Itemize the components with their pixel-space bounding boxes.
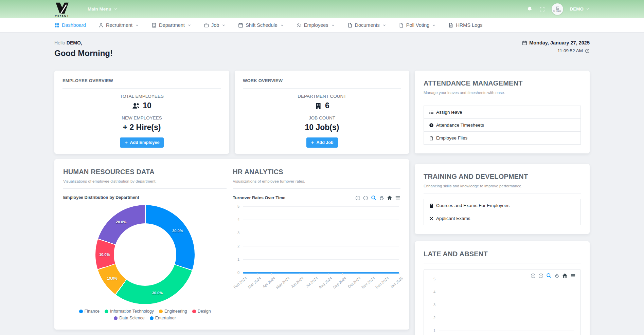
menu-icon[interactable] xyxy=(570,273,576,278)
x-tick xyxy=(257,273,257,275)
nav-item-label: Poll Voting xyxy=(406,22,430,28)
y-axis-label: 4 xyxy=(237,218,239,222)
legend-item-data-science[interactable]: Data Science xyxy=(114,316,144,320)
nav-item-employees[interactable]: Employees xyxy=(297,22,335,28)
doc-icon xyxy=(347,23,353,28)
gridline xyxy=(243,206,399,207)
nav-item-label: Dashboard xyxy=(62,22,86,28)
brand-logo-icon xyxy=(54,2,70,14)
hello-user-name: DEMO, xyxy=(67,40,82,45)
x-axis-label: Jan 2025 xyxy=(389,276,404,289)
total-employees-label: TOTAL EMPLOYEES xyxy=(62,94,221,99)
no-image-icon xyxy=(555,6,559,10)
greeting-row: Hello DEMO, Good Morning! Monday, Januar… xyxy=(54,33,590,65)
x-axis-label: Jul 2024 xyxy=(305,276,319,288)
list-item-attendance-timesheets[interactable]: Attendance Timesheets xyxy=(424,118,581,132)
x-axis-label: Apr 2024 xyxy=(262,276,276,289)
magnifier-icon[interactable] xyxy=(546,273,552,278)
book-icon xyxy=(429,203,434,208)
time-line: 11:09:52 AM xyxy=(522,48,590,53)
brand-logo[interactable]: VeraCT xyxy=(54,2,70,17)
list-item-employee-files[interactable]: Employee Files xyxy=(424,131,581,145)
legend-item-finance[interactable]: Finance xyxy=(79,309,100,314)
gridline xyxy=(243,259,399,260)
line-chart-title: Turnover Rates Over Time xyxy=(233,196,285,200)
plus-icon xyxy=(124,141,128,145)
legend-item-entertainer[interactable]: Entertainer xyxy=(150,316,176,320)
divider xyxy=(233,188,400,189)
tools-icon xyxy=(429,216,434,221)
list-item-applicant-exams[interactable]: Applicant Exams xyxy=(424,212,581,225)
home-icon[interactable] xyxy=(562,273,568,278)
doc-icon xyxy=(399,23,404,28)
add-job-button[interactable]: Add Job xyxy=(306,137,338,148)
section-title: ATTENDANCE MANAGEMENT xyxy=(424,79,581,87)
section-title: HUMAN RESOURCES DATA xyxy=(63,168,227,176)
late-absent-chart[interactable]: 543210 xyxy=(424,269,581,335)
turnover-line-chart[interactable]: 543210Feb 2024Mar 2024Apr 2024May 2024Ju… xyxy=(233,206,400,296)
nav-item-documents[interactable]: Documents xyxy=(347,22,386,28)
doclines-icon xyxy=(448,23,453,28)
zoom-in-icon[interactable] xyxy=(355,196,360,201)
new-employees-value: + 2 Hire(s) xyxy=(62,123,221,132)
nav-item-dashboard[interactable]: Dashboard xyxy=(54,22,86,28)
gridline xyxy=(439,292,574,292)
nav-item-hrms-logs[interactable]: HRMS Logs xyxy=(448,22,482,28)
main-menu-button[interactable]: Main Menu xyxy=(88,6,118,12)
doc-icon xyxy=(429,136,434,141)
nav-item-poll-voting[interactable]: Poll Voting xyxy=(399,22,436,28)
list-item-assign-leave[interactable]: Assign leave xyxy=(424,106,581,119)
zoom-out-icon[interactable] xyxy=(538,273,543,278)
nav-item-label: Job xyxy=(211,22,219,28)
y-axis-label: 2 xyxy=(237,244,239,248)
list-item-courses-and-exams-for-employees[interactable]: Courses and Exams For Employees xyxy=(424,199,581,212)
x-tick xyxy=(286,273,286,275)
bell-icon[interactable] xyxy=(527,6,533,12)
fullscreen-icon[interactable] xyxy=(539,6,545,12)
new-employees-label: NEW EMPLOYEES xyxy=(62,115,221,120)
x-tick xyxy=(328,273,328,275)
add-employee-button[interactable]: Add Employee xyxy=(120,137,164,148)
nav-item-job[interactable]: Job xyxy=(204,22,226,28)
legend-item-design[interactable]: Design xyxy=(192,309,211,314)
calendar-icon xyxy=(238,23,243,28)
zoom-in-icon[interactable] xyxy=(531,273,536,278)
building-icon xyxy=(315,102,322,110)
donut-slice-label: 10.0% xyxy=(107,276,118,280)
legend-item-engineering[interactable]: Engineering xyxy=(159,309,187,314)
nav-item-label: Employees xyxy=(304,22,328,28)
avatar[interactable]: NO IMAGE xyxy=(552,3,563,15)
chevron-down-icon xyxy=(135,23,139,27)
y-axis-label: 1 xyxy=(433,329,435,333)
add-employee-label: Add Employee xyxy=(130,140,160,145)
gridline xyxy=(439,305,574,305)
x-axis-label: Nov 2024 xyxy=(360,276,375,289)
section-subtitle: Visualizations of employee turnover rate… xyxy=(233,179,400,183)
menu-icon[interactable] xyxy=(395,195,400,201)
page-title: Good Morning! xyxy=(54,49,113,58)
list-item-label: Assign leave xyxy=(436,110,462,115)
nav-item-department[interactable]: Department xyxy=(151,22,191,28)
home-icon[interactable] xyxy=(387,195,392,201)
legend-item-information-technology[interactable]: Information Technology xyxy=(105,309,154,314)
divider xyxy=(424,193,581,193)
x-tick xyxy=(243,273,243,275)
hand-icon[interactable] xyxy=(379,196,384,201)
donut-chart[interactable]: 30.0%30.0%10.0%10.0%20.0% xyxy=(95,205,195,304)
hr-card: HUMAN RESOURCES DATA Visualizations of e… xyxy=(54,159,409,330)
user-menu-button[interactable]: DEMO xyxy=(570,6,590,12)
add-job-label: Add Job xyxy=(317,140,334,145)
divider xyxy=(243,88,401,89)
list-item-label: Applicant Exams xyxy=(436,216,470,221)
zoom-out-icon[interactable] xyxy=(363,196,368,201)
nav-item-recruitment[interactable]: Recruitment xyxy=(99,22,139,28)
magnifier-icon[interactable] xyxy=(371,195,376,201)
brand-name: VeraCT xyxy=(55,15,70,17)
hand-icon[interactable] xyxy=(554,273,559,278)
x-axis-label: Mar 2024 xyxy=(247,276,262,289)
people-icon xyxy=(297,23,302,28)
current-date: Monday, January 27, 2025 xyxy=(529,40,590,45)
nav-item-shift-schedule[interactable]: Shift Schedule xyxy=(238,22,284,28)
legend-dot xyxy=(192,310,196,313)
legend-dot xyxy=(79,310,83,313)
